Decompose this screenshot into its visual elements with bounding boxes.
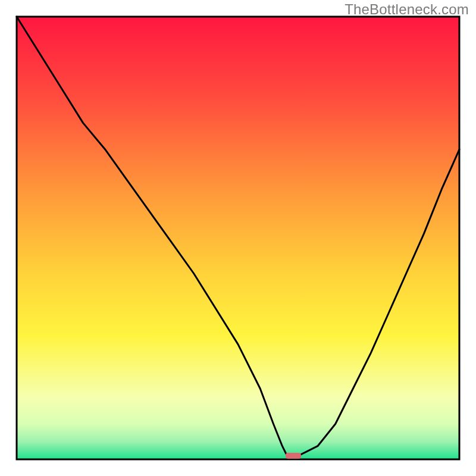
plot-background xyxy=(17,17,459,459)
optimal-marker xyxy=(286,453,301,459)
watermark-text: TheBottleneck.com xyxy=(345,1,469,18)
chart-frame: TheBottleneck.com xyxy=(0,0,476,476)
bottleneck-chart xyxy=(0,0,476,476)
